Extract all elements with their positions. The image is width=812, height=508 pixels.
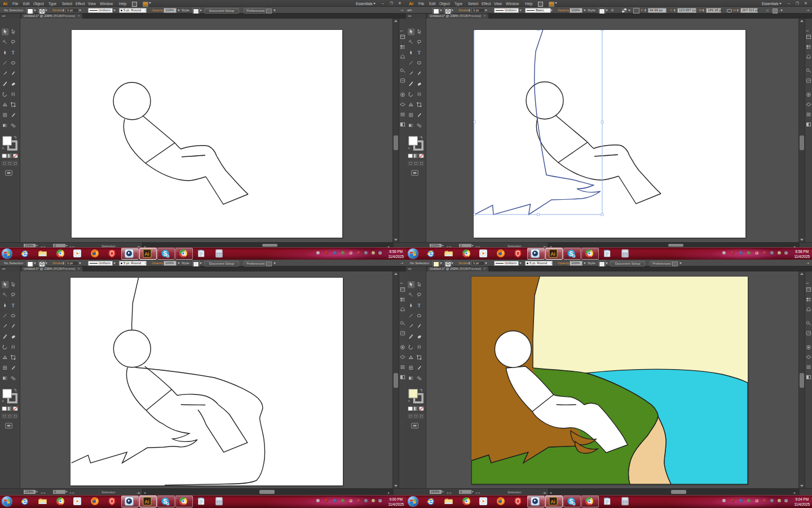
svg-text:Ai: Ai bbox=[144, 499, 149, 505]
svg-text:Ai: Ai bbox=[550, 499, 555, 505]
svg-text:▸▸: ▸▸ bbox=[806, 282, 809, 284]
svg-text:Ai: Ai bbox=[550, 251, 555, 257]
svg-text:T: T bbox=[11, 50, 15, 55]
svg-text:Ai: Ai bbox=[144, 251, 149, 257]
svg-text:T: T bbox=[417, 50, 421, 55]
svg-text:▸▸: ▸▸ bbox=[806, 29, 809, 32]
svg-text:T: T bbox=[11, 303, 15, 308]
svg-text:T: T bbox=[417, 303, 421, 308]
svg-text:▸▸: ▸▸ bbox=[400, 29, 403, 32]
svg-text:▸▸: ▸▸ bbox=[400, 282, 403, 284]
